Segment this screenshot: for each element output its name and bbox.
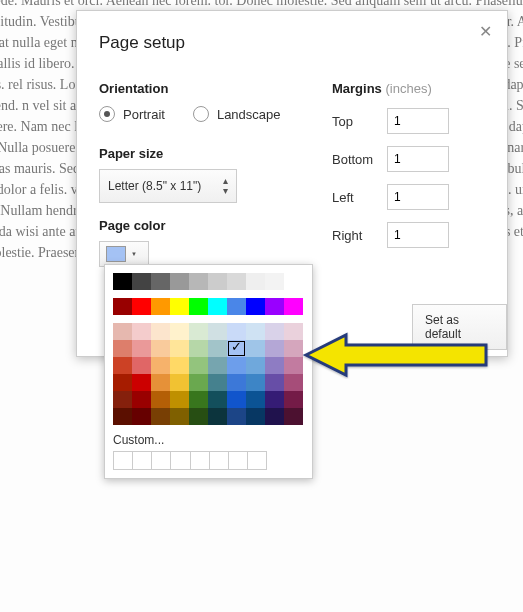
custom-slot[interactable]	[171, 452, 190, 469]
color-swatch[interactable]	[151, 298, 170, 315]
color-swatch[interactable]	[170, 323, 189, 340]
color-swatch[interactable]	[113, 340, 132, 357]
color-swatch[interactable]	[189, 340, 208, 357]
color-swatch[interactable]	[284, 357, 303, 374]
color-swatch[interactable]	[132, 391, 151, 408]
color-swatch[interactable]	[246, 340, 265, 357]
color-swatch[interactable]	[189, 391, 208, 408]
color-swatch[interactable]	[284, 340, 303, 357]
color-swatch[interactable]	[132, 298, 151, 315]
color-swatch[interactable]	[170, 357, 189, 374]
custom-slot[interactable]	[191, 452, 210, 469]
margin-top-input[interactable]	[387, 108, 449, 134]
color-swatch[interactable]	[265, 323, 284, 340]
color-swatch[interactable]	[246, 273, 265, 290]
color-swatch[interactable]	[208, 408, 227, 425]
custom-slot[interactable]	[114, 452, 133, 469]
color-swatch[interactable]	[246, 391, 265, 408]
color-swatch[interactable]	[170, 374, 189, 391]
color-swatch[interactable]	[113, 298, 132, 315]
paper-size-dropdown[interactable]: Letter (8.5" x 11") ▴▾	[99, 169, 237, 203]
color-swatch[interactable]	[284, 323, 303, 340]
margin-bottom-input[interactable]	[387, 146, 449, 172]
color-swatch[interactable]	[113, 273, 132, 290]
color-swatch[interactable]	[151, 323, 170, 340]
color-swatch[interactable]	[189, 298, 208, 315]
custom-label[interactable]: Custom...	[113, 433, 304, 447]
color-swatch[interactable]	[151, 340, 170, 357]
color-swatch[interactable]	[208, 298, 227, 315]
custom-slot[interactable]	[229, 452, 248, 469]
color-swatch[interactable]	[227, 357, 246, 374]
color-swatch[interactable]	[189, 374, 208, 391]
color-swatch[interactable]	[151, 374, 170, 391]
color-swatch[interactable]	[227, 408, 246, 425]
color-swatch[interactable]	[246, 408, 265, 425]
color-swatch[interactable]	[284, 374, 303, 391]
color-swatch[interactable]	[227, 273, 246, 290]
color-swatch[interactable]	[265, 273, 284, 290]
color-swatch[interactable]	[284, 391, 303, 408]
color-swatch[interactable]	[170, 391, 189, 408]
color-swatch[interactable]	[113, 408, 132, 425]
color-swatch[interactable]	[132, 323, 151, 340]
color-swatch[interactable]	[265, 298, 284, 315]
color-swatch[interactable]	[227, 391, 246, 408]
color-swatch[interactable]	[189, 357, 208, 374]
orientation-portrait[interactable]: Portrait	[99, 106, 165, 122]
color-swatch[interactable]	[227, 374, 246, 391]
color-swatch[interactable]	[151, 391, 170, 408]
color-swatch[interactable]	[132, 273, 151, 290]
color-swatch[interactable]	[284, 298, 303, 315]
set-default-button[interactable]: Set as default	[412, 304, 507, 350]
color-swatch[interactable]	[151, 408, 170, 425]
color-swatch[interactable]	[208, 273, 227, 290]
color-swatch[interactable]	[113, 391, 132, 408]
color-swatch[interactable]	[170, 340, 189, 357]
custom-slot[interactable]	[152, 452, 171, 469]
close-icon[interactable]: ✕	[473, 19, 497, 43]
color-swatch[interactable]	[132, 340, 151, 357]
color-swatch[interactable]	[284, 273, 303, 290]
color-swatch[interactable]	[246, 374, 265, 391]
caret-sort-icon: ▴▾	[223, 176, 228, 196]
color-swatch[interactable]	[208, 357, 227, 374]
color-swatch[interactable]	[170, 273, 189, 290]
color-swatch[interactable]	[208, 340, 227, 357]
color-swatch[interactable]	[208, 323, 227, 340]
color-swatch[interactable]	[265, 357, 284, 374]
color-swatch[interactable]	[208, 374, 227, 391]
color-swatch[interactable]	[265, 408, 284, 425]
color-swatch[interactable]	[113, 374, 132, 391]
custom-slot[interactable]	[248, 452, 266, 469]
color-swatch[interactable]	[132, 357, 151, 374]
color-swatch[interactable]	[227, 298, 246, 315]
margin-left-input[interactable]	[387, 184, 449, 210]
color-swatch[interactable]	[189, 273, 208, 290]
color-swatch[interactable]	[227, 323, 246, 340]
margin-right-input[interactable]	[387, 222, 449, 248]
color-swatch[interactable]	[151, 357, 170, 374]
color-swatch[interactable]	[208, 391, 227, 408]
color-swatch[interactable]	[189, 408, 208, 425]
custom-slot[interactable]	[210, 452, 229, 469]
orientation-landscape[interactable]: Landscape	[193, 106, 281, 122]
color-swatch[interactable]	[284, 408, 303, 425]
color-swatch[interactable]	[170, 298, 189, 315]
custom-slot[interactable]	[133, 452, 152, 469]
color-swatch[interactable]	[265, 340, 284, 357]
color-swatch[interactable]	[246, 357, 265, 374]
color-swatch[interactable]	[113, 357, 132, 374]
color-swatch[interactable]	[265, 391, 284, 408]
color-swatch[interactable]	[189, 323, 208, 340]
orientation-section: Orientation Portrait Landscape	[99, 81, 281, 122]
color-swatch[interactable]	[132, 374, 151, 391]
color-swatch[interactable]	[151, 273, 170, 290]
color-swatch[interactable]	[246, 323, 265, 340]
color-swatch[interactable]	[113, 323, 132, 340]
color-swatch[interactable]	[265, 374, 284, 391]
color-swatch[interactable]	[170, 408, 189, 425]
color-swatch[interactable]	[246, 298, 265, 315]
color-swatch[interactable]	[227, 340, 246, 357]
color-swatch[interactable]	[132, 408, 151, 425]
